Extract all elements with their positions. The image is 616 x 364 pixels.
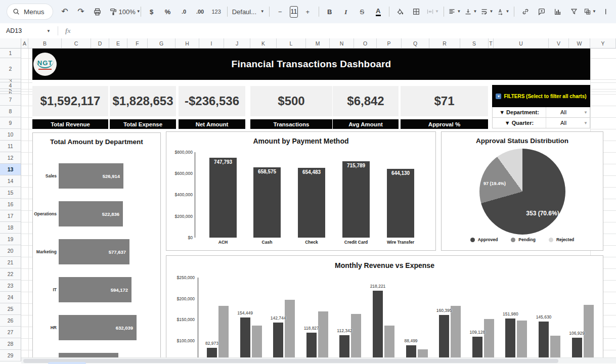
kpi-value-2[interactable]: $1,828,653 [110,86,176,116]
kpi-value-4[interactable]: $500 [250,86,332,116]
decrease-font-size-button[interactable]: − [272,5,288,18]
chart-total-amount-by-department[interactable]: Total Amount by Department Sales526,914O… [32,132,161,361]
print-icon[interactable] [90,5,105,18]
row-header-18[interactable]: 18 [0,222,21,234]
increase-decimal-button[interactable]: .00 [192,5,208,18]
insert-comment-icon[interactable] [534,5,549,18]
row-header-26[interactable]: 26 [0,315,21,327]
kpi-value-3[interactable]: -$236,536 [179,86,245,116]
row-header-14[interactable]: 14 [0,175,21,187]
column-header-L[interactable]: L [277,38,306,49]
row-header-23[interactable]: 23 [0,280,21,292]
column-header-D[interactable]: D [91,38,109,49]
increase-font-size-button[interactable]: + [300,5,316,18]
decrease-decimal-button[interactable]: .0 [176,5,192,18]
column-header-V[interactable]: V [549,38,569,49]
pivot-table-icon[interactable]: ▼ [582,5,598,18]
text-rotation-icon[interactable]: ▼ [495,5,511,18]
column-header-I[interactable]: I [199,38,224,49]
kpi-value-6[interactable]: $71 [401,86,488,116]
format-percent-button[interactable]: % [160,5,175,18]
font-family-dropdown[interactable]: Defaul...▼ [231,5,266,18]
column-header-A[interactable]: A [21,38,28,49]
column-header-N[interactable]: N [330,38,354,49]
column-header-K[interactable]: K [250,38,277,49]
row-header-28[interactable]: 28 [0,338,21,350]
chevron-down-icon[interactable]: ▼ [582,107,590,117]
text-color-button[interactable]: A [376,8,380,16]
row-header-24[interactable]: 24 [0,292,21,303]
column-header-S[interactable]: S [460,38,489,49]
merge-cells-icon[interactable]: ▼ [425,5,441,18]
filter-value-dropdown[interactable]: All [546,118,581,128]
horizontal-align-icon[interactable]: ▼ [447,5,462,18]
column-header-G[interactable]: G [148,38,175,49]
insert-chart-icon[interactable] [550,5,565,18]
column-header-U[interactable]: U [494,38,549,49]
undo-icon[interactable]: ↶ [57,5,73,18]
row-header-29[interactable]: 29 [0,350,21,361]
row-header-9[interactable]: 9 [0,117,21,129]
sheet-tab[interactable] [48,362,86,364]
row-header-16[interactable]: 16 [0,199,21,210]
row-header-12[interactable]: 12 [0,152,21,164]
name-box[interactable]: AD13 ▼ [0,27,55,34]
row-header-8[interactable]: 8 [0,106,21,117]
vertical-align-icon[interactable]: ▼ [463,5,478,18]
kpi-value-1[interactable]: $1,592,117 [32,86,108,116]
scrollbar-thumb[interactable] [23,359,558,363]
menus-search-button[interactable]: Menus [7,4,53,19]
column-header-F[interactable]: F [127,38,148,49]
kpi-value-5[interactable]: $6,842 [333,86,399,116]
horizontal-scrollbar[interactable] [21,357,616,363]
more-formats-button[interactable]: 123 [208,5,224,18]
column-header-Q[interactable]: Q [402,38,429,49]
column-header-Y[interactable]: Y [590,38,616,49]
create-filter-icon[interactable] [566,5,582,18]
bold-button[interactable]: B [322,5,337,18]
column-header-C[interactable]: C [62,38,91,49]
filter-value-dropdown[interactable]: All [546,107,581,117]
column-header-J[interactable]: J [224,38,250,49]
column-header-M[interactable]: M [306,38,330,49]
column-header-P[interactable]: P [377,38,402,49]
row-header-21[interactable]: 21 [0,257,21,268]
chart-monthly-revenue-vs-expense[interactable]: Monthly Revenue vs Expense $250,000$200,… [166,255,603,361]
row-header-10[interactable]: 10 [0,129,21,141]
clipped-toolbar-icon[interactable] [600,5,616,18]
row-header-15[interactable]: 15 [0,187,21,199]
row-header-19[interactable]: 19 [0,234,21,245]
column-header-H[interactable]: H [175,38,199,49]
chevron-down-icon[interactable]: ▼ [582,118,590,128]
row-header-7[interactable]: 7 [0,94,21,106]
row-header-2[interactable]: 2 [0,58,21,79]
strikethrough-button[interactable]: S [354,5,370,18]
italic-button[interactable]: I [338,5,354,18]
insert-link-icon[interactable] [517,5,533,18]
row-header-1[interactable]: 1 [0,49,21,58]
row-header-17[interactable]: 17 [0,210,21,222]
column-header-O[interactable]: O [354,38,377,49]
chart-amount-by-payment-method[interactable]: Amount by Payment Method $800,000$600,00… [166,131,436,251]
row-header-25[interactable]: 25 [0,303,21,315]
fill-color-icon[interactable] [392,5,408,18]
select-all-corner[interactable] [0,38,21,49]
font-size-input[interactable]: 11 [290,6,298,18]
row-header-11[interactable]: 11 [0,141,21,152]
row-header-13[interactable]: 13 [0,164,21,175]
zoom-dropdown[interactable]: 100%▼ [122,5,138,18]
text-wrap-icon[interactable]: ▼ [479,5,495,18]
row-header-22[interactable]: 22 [0,268,21,280]
column-header-B[interactable]: B [28,38,62,49]
format-currency-button[interactable]: $ [144,5,159,18]
column-header-R[interactable]: R [429,38,460,49]
row-header-20[interactable]: 20 [0,245,21,257]
borders-icon[interactable] [409,5,424,18]
column-header-T[interactable]: T [489,38,494,49]
row-header-27[interactable]: 27 [0,327,21,338]
column-header-E[interactable]: E [109,38,127,49]
chart-approval-status-distribution[interactable]: Approval Status Distribution 353 (70.6%)… [441,131,603,251]
dashboard-banner[interactable]: NGT Financial Transactions Dashboard [32,49,590,80]
redo-icon[interactable]: ↷ [73,5,89,18]
column-header-W[interactable]: W [569,38,590,49]
